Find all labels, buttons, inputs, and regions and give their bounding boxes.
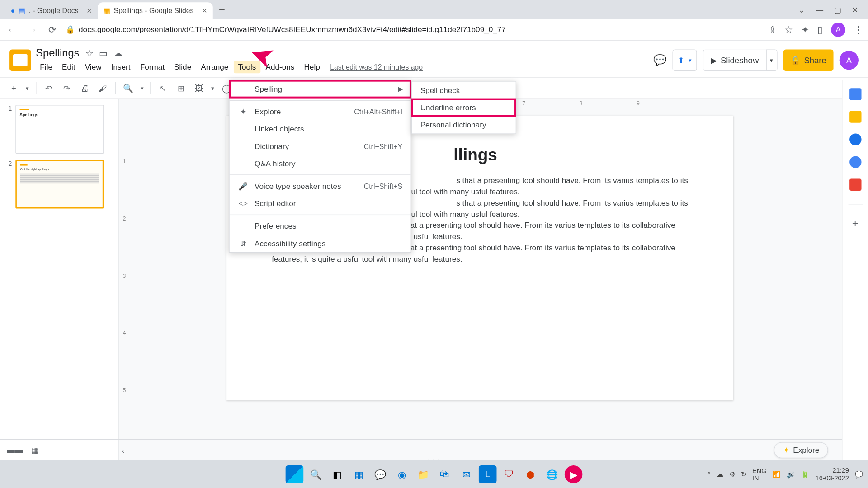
explore-button[interactable]: ✦ Explore — [774, 442, 828, 458]
menu-item-linked-objects[interactable]: Linked objects — [230, 120, 411, 137]
last-edit-text[interactable]: Last edit was 12 minutes ago — [330, 63, 423, 71]
slide-thumbnail-1[interactable]: Spellings — [15, 105, 104, 154]
chrome-icon[interactable]: 🌐 — [543, 465, 561, 483]
thumbnail-row[interactable]: 2 Get the right spellings — [4, 160, 115, 208]
redo-button[interactable]: ↷ — [59, 80, 75, 96]
menu-format[interactable]: Format — [136, 61, 169, 74]
zoom-dropdown[interactable]: ▾ — [138, 80, 146, 96]
cloud-icon[interactable]: ☁ — [113, 48, 123, 59]
tray-app-icon[interactable]: ⚙ — [729, 470, 735, 478]
widgets-icon[interactable]: ▦ — [350, 465, 368, 483]
slides-logo-icon[interactable] — [9, 49, 31, 70]
tasks-icon[interactable] — [849, 133, 861, 145]
store-icon[interactable]: 🛍 — [436, 465, 454, 483]
browser-tab-slides[interactable]: ▦ Spellings - Google Slides × — [98, 2, 213, 19]
share-button[interactable]: 🔒 Share — [783, 49, 833, 70]
tray-chevron-icon[interactable]: ^ — [708, 471, 711, 478]
close-icon[interactable]: × — [202, 6, 207, 15]
collapse-panel-icon[interactable]: ‹ — [122, 445, 125, 455]
submenu-item-spellcheck[interactable]: Spell check — [412, 82, 515, 99]
present-button[interactable]: ⬆ ▾ — [672, 49, 697, 70]
select-tool[interactable]: ↖ — [156, 80, 171, 96]
submenu-item-personal-dictionary[interactable]: Personal dictionary — [412, 116, 515, 133]
textbox-tool[interactable]: ⊞ — [174, 80, 189, 96]
extensions-icon[interactable]: ✦ — [801, 24, 809, 35]
search-icon[interactable]: 🔍 — [307, 465, 325, 483]
mail-icon[interactable]: ✉ — [457, 465, 475, 483]
menu-item-accessibility[interactable]: ⇵ Accessibility settings — [230, 235, 411, 252]
filmstrip-view-icon[interactable]: ▬▬ — [7, 446, 23, 455]
menu-item-spelling[interactable]: Spelling ▶ — [230, 80, 411, 98]
language-indicator[interactable]: ENG IN — [752, 467, 766, 482]
image-dropdown[interactable]: ▾ — [209, 80, 217, 96]
document-title[interactable]: Spellings — [36, 47, 79, 60]
new-slide-dropdown[interactable]: ▾ — [24, 80, 31, 96]
zoom-button[interactable]: 🔍 — [120, 80, 136, 96]
sidepanel-icon[interactable]: ▯ — [817, 24, 823, 35]
menu-item-dictionary[interactable]: Dictionary Ctrl+Shift+Y — [230, 138, 411, 155]
star-icon[interactable]: ☆ — [784, 24, 793, 35]
image-tool[interactable]: 🖼 — [191, 80, 207, 96]
wifi-icon[interactable]: 📶 — [773, 470, 781, 478]
clock[interactable]: 21:29 16-03-2022 — [816, 466, 849, 482]
thumbnail-row[interactable]: 1 Spellings — [4, 105, 115, 154]
minimize-icon[interactable]: — — [816, 5, 823, 14]
kebab-icon[interactable]: ⋮ — [854, 24, 863, 35]
volume-icon[interactable]: 🔊 — [787, 470, 795, 478]
start-icon[interactable] — [286, 465, 304, 483]
star-icon[interactable]: ☆ — [85, 48, 93, 59]
app-pink-icon[interactable]: ▶ — [565, 465, 583, 483]
submenu-item-underline-errors[interactable]: Underline errors — [412, 99, 515, 116]
cloud-tray-icon[interactable]: ☁ — [717, 470, 723, 478]
menu-edit[interactable]: Edit — [58, 61, 80, 74]
move-icon[interactable]: ▭ — [99, 48, 107, 59]
office-icon[interactable]: ⬢ — [522, 465, 540, 483]
menu-item-preferences[interactable]: Preferences — [230, 217, 411, 235]
keep-icon[interactable] — [849, 111, 861, 122]
comment-icon[interactable]: 💬 — [653, 54, 666, 67]
tray-update-icon[interactable]: ↻ — [741, 470, 746, 478]
menu-item-voice-type[interactable]: 🎤 Voice type speaker notes Ctrl+Shift+S — [230, 178, 411, 195]
new-tab-button[interactable]: + — [213, 3, 231, 16]
menu-slide[interactable]: Slide — [170, 61, 196, 74]
back-icon[interactable]: ← — [5, 24, 19, 35]
account-avatar[interactable]: A — [840, 51, 859, 70]
explorer-icon[interactable]: 📁 — [414, 465, 432, 483]
tab-search-icon[interactable]: ⌄ — [798, 5, 805, 14]
calendar-icon[interactable] — [849, 88, 861, 100]
share-page-icon[interactable]: ⇪ — [769, 24, 776, 35]
slideshow-button[interactable]: ▶ Slideshow — [703, 49, 766, 70]
mcafee-icon[interactable]: 🛡 — [500, 465, 518, 483]
reload-icon[interactable]: ⟳ — [45, 24, 60, 35]
menu-item-qa-history[interactable]: Q&A history — [230, 155, 411, 172]
taskview-icon[interactable]: ◧ — [329, 465, 347, 483]
close-icon[interactable]: ✕ — [852, 5, 859, 14]
chat-icon[interactable]: 💬 — [372, 465, 390, 483]
print-button[interactable]: 🖨 — [77, 80, 92, 96]
browser-tab-docs[interactable]: ● ▤ . - Google Docs × — [5, 2, 98, 19]
menu-file[interactable]: File — [36, 61, 57, 74]
address-bar[interactable]: 🔒 docs.google.com/presentation/d/1TfHYmC… — [66, 25, 763, 34]
new-slide-button[interactable]: + — [6, 80, 21, 96]
close-icon[interactable]: × — [87, 6, 92, 15]
slide-thumbnail-2[interactable]: Get the right spellings — [15, 160, 104, 208]
menu-item-script-editor[interactable]: <> Script editor — [230, 195, 411, 212]
paint-format-button[interactable]: 🖌 — [95, 80, 110, 96]
profile-avatar[interactable]: A — [831, 22, 845, 37]
battery-icon[interactable]: 🔋 — [801, 470, 809, 478]
contacts-icon[interactable] — [849, 156, 861, 168]
menu-arrange[interactable]: Arrange — [197, 61, 232, 74]
menu-item-explore[interactable]: ✦ Explore Ctrl+Alt+Shift+I — [230, 103, 411, 120]
menu-view[interactable]: View — [80, 61, 105, 74]
grid-view-icon[interactable]: ▦ — [31, 446, 38, 455]
add-addon-icon[interactable]: + — [852, 217, 859, 230]
maximize-icon[interactable]: ▢ — [834, 5, 841, 14]
app-l-icon[interactable]: L — [479, 465, 497, 483]
undo-button[interactable]: ↶ — [41, 80, 57, 96]
slideshow-dropdown[interactable]: ▾ — [766, 49, 777, 70]
menu-help[interactable]: Help — [300, 61, 324, 74]
menu-insert[interactable]: Insert — [107, 61, 134, 74]
maps-icon[interactable] — [849, 179, 861, 191]
edge-icon[interactable]: ◉ — [393, 465, 411, 483]
notifications-icon[interactable]: 💬 — [855, 470, 863, 478]
